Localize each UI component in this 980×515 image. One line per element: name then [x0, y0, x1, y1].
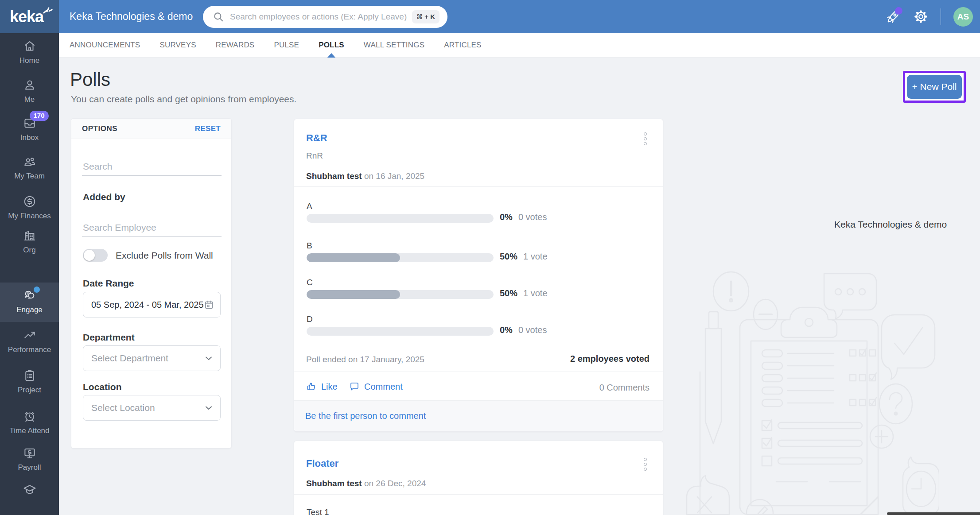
- sidebar-item-learn[interactable]: [0, 483, 59, 496]
- calendar-icon: [204, 299, 214, 310]
- comment-label: Comment: [364, 382, 403, 392]
- card-divider: [294, 372, 663, 372]
- sidebar-item-me[interactable]: Me: [0, 78, 59, 104]
- toggle-knob: [84, 250, 95, 261]
- sidebar-item-org[interactable]: Org: [0, 229, 59, 255]
- filter-header-title: OPTIONS: [82, 124, 117, 133]
- poll-description: RnR: [306, 151, 323, 161]
- poll-author-name[interactable]: Shubham test: [306, 171, 362, 181]
- poll-author-name[interactable]: Shubham test: [306, 479, 362, 488]
- new-poll-annotation: + New Poll: [903, 71, 966, 103]
- me-icon: [23, 78, 36, 92]
- search-input[interactable]: [230, 12, 412, 22]
- user-avatar[interactable]: AS: [953, 7, 973, 27]
- filter-panel: OPTIONS RESET Added by Exclude Polls fro…: [71, 118, 232, 449]
- page-subtitle: You can create polls and get opinions fr…: [71, 94, 296, 105]
- learn-icon: [23, 483, 36, 496]
- time-attend-icon: [23, 410, 36, 423]
- sidebar-item-payroll[interactable]: Payroll: [0, 446, 59, 472]
- sidebar-item-engage[interactable]: Engage: [0, 289, 59, 314]
- poll-date: on 16 Jan, 2025: [362, 171, 425, 181]
- filter-search-input[interactable]: [82, 159, 222, 176]
- thumbs-up-icon: [306, 381, 317, 392]
- poll-option-bar: [307, 290, 494, 299]
- engage-tabs: ANNOUNCEMENTS SURVEYS REWARDS PULSE POLL…: [59, 33, 980, 58]
- tab-pulse[interactable]: PULSE: [274, 33, 299, 58]
- my-finances-icon: [23, 195, 36, 208]
- tab-wall-settings[interactable]: WALL SETTINGS: [364, 33, 424, 58]
- poll-option-meta: 0%0 votes: [500, 325, 547, 335]
- poll-author-line: Shubham test on 16 Jan, 2025: [306, 171, 424, 181]
- exclude-polls-toggle[interactable]: [83, 249, 108, 262]
- tab-announcements[interactable]: ANNOUNCEMENTS: [70, 33, 140, 58]
- like-button[interactable]: Like: [306, 381, 338, 392]
- new-poll-button[interactable]: + New Poll: [907, 75, 962, 99]
- comments-count: 0 Comments: [599, 383, 649, 393]
- bottom-scroll-bar[interactable]: [887, 512, 980, 515]
- date-range-value: 05 Sep, 2024 - 05 Mar, 2025: [91, 300, 204, 310]
- card-divider: [294, 494, 663, 495]
- poll-menu-kebab-icon[interactable]: [644, 458, 647, 471]
- top-bar: keka Keka Technologies & demo ⌘ + K AS: [0, 0, 980, 33]
- date-range-input[interactable]: 05 Sep, 2024 - 05 Mar, 2025: [83, 292, 221, 318]
- poll-option-meta: 50%1 vote: [500, 252, 548, 262]
- exclude-polls-toggle-label: Exclude Polls from Wall: [116, 250, 213, 261]
- project-icon: [23, 369, 36, 382]
- poll-option-label: A: [307, 201, 312, 211]
- poll-option-bar: [307, 253, 494, 262]
- tab-rewards[interactable]: REWARDS: [216, 33, 255, 58]
- card-divider: [294, 186, 663, 187]
- poll-ended-text: Poll ended on 17 January, 2025: [306, 355, 424, 364]
- poll-author-line: Shubham test on 26 Dec, 2024: [306, 479, 426, 488]
- department-select-value: Select Department: [91, 353, 203, 364]
- whats-new-rocket-icon[interactable]: [886, 9, 901, 24]
- filter-reset-link[interactable]: RESET: [195, 124, 221, 133]
- poll-option-label: C: [307, 278, 313, 287]
- keka-logo[interactable]: keka: [0, 0, 59, 33]
- poll-date: on 26 Dec, 2024: [362, 479, 426, 488]
- sidebar-item-project[interactable]: Project: [0, 369, 59, 395]
- tab-surveys[interactable]: SURVEYS: [159, 33, 196, 58]
- main-content: Polls You can create polls and get opini…: [59, 58, 980, 515]
- poll-menu-kebab-icon[interactable]: [644, 132, 647, 145]
- engage-notification-dot: [34, 287, 40, 293]
- topbar-divider: [941, 8, 941, 25]
- location-label: Location: [83, 382, 122, 392]
- sidebar-item-my-team[interactable]: My Team: [0, 155, 59, 181]
- sidebar-item-my-finances[interactable]: My Finances: [0, 195, 59, 221]
- sidebar-nav: Home Me 170 Inbox My Team My Finances Or…: [0, 33, 59, 515]
- comment-button[interactable]: Comment: [349, 381, 403, 392]
- global-search[interactable]: ⌘ + K: [203, 6, 447, 28]
- rocket-notification-dot: [895, 7, 902, 15]
- filter-employee-input[interactable]: [82, 220, 222, 237]
- performance-icon: [23, 329, 36, 342]
- logo-spark-icon: [43, 5, 53, 14]
- poll-option-label: D: [307, 314, 313, 324]
- department-label: Department: [83, 332, 135, 343]
- location-select[interactable]: Select Location: [83, 395, 221, 421]
- poll-title[interactable]: R&R: [306, 132, 327, 144]
- keka-logo-text: keka: [10, 8, 43, 26]
- payroll-icon: [23, 446, 36, 460]
- poll-title[interactable]: Floater: [306, 458, 338, 469]
- sidebar-item-home[interactable]: Home: [0, 39, 59, 65]
- polls-watermark-illustration: [678, 270, 939, 515]
- poll-option-meta: 50%1 vote: [500, 288, 548, 298]
- poll-option-bar: [307, 214, 494, 223]
- sidebar-item-performance[interactable]: Performance: [0, 329, 59, 354]
- tab-articles[interactable]: ARTICLES: [444, 33, 481, 58]
- poll-card-rr: R&R RnR Shubham test on 16 Jan, 2025 A 0…: [294, 119, 663, 432]
- chevron-down-icon: [203, 353, 214, 364]
- org-icon: [23, 229, 36, 242]
- sidebar-item-inbox[interactable]: 170 Inbox: [0, 116, 59, 142]
- department-select[interactable]: Select Department: [83, 345, 221, 371]
- sidebar-item-time-attend[interactable]: Time Attend: [0, 410, 59, 435]
- poll-card-floater: Floater Shubham test on 26 Dec, 2024 Tes…: [294, 441, 663, 515]
- first-comment-link[interactable]: Be the first person to comment: [294, 400, 663, 431]
- settings-gear-icon[interactable]: [913, 9, 928, 24]
- tab-polls[interactable]: POLLS: [319, 33, 344, 58]
- added-by-label: Added by: [83, 192, 125, 202]
- location-select-value: Select Location: [91, 403, 203, 413]
- poll-question: Test 1: [307, 507, 329, 515]
- inbox-count-badge: 170: [30, 111, 49, 121]
